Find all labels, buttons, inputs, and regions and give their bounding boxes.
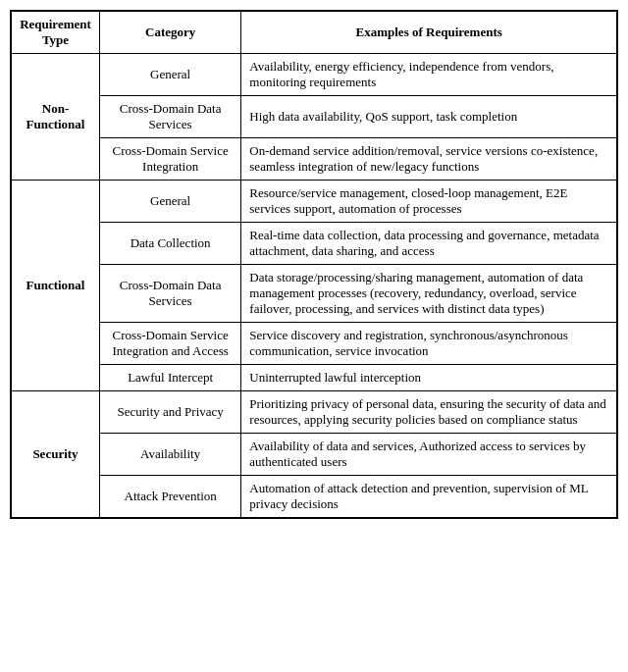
table-row: Non-FunctionalGeneralAvailability, energ… <box>12 54 617 96</box>
row-examples: On-demand service addition/removal, serv… <box>241 138 617 181</box>
table-header-row: Requirement Type Category Examples of Re… <box>12 12 617 54</box>
row-category: Attack Prevention <box>99 476 240 518</box>
row-category: Cross-Domain Data Services <box>99 265 240 323</box>
row-examples: Availability of data and services, Autho… <box>241 434 617 476</box>
row-category: General <box>99 181 240 223</box>
header-requirement-type: Requirement Type <box>12 12 100 54</box>
row-examples: Uninterrupted lawful interception <box>241 365 617 391</box>
table-row: Attack PreventionAutomation of attack de… <box>12 476 617 518</box>
row-category: Availability <box>99 434 240 476</box>
row-examples: Real-time data collection, data processi… <box>241 223 617 265</box>
section-0-type: Non-Functional <box>12 54 100 181</box>
row-examples: Resource/service management, closed-loop… <box>241 181 617 223</box>
table-row: SecuritySecurity and PrivacyPrioritizing… <box>12 391 617 434</box>
table-row: Data CollectionReal-time data collection… <box>12 223 617 265</box>
table-row: AvailabilityAvailability of data and ser… <box>12 434 617 476</box>
row-category: Security and Privacy <box>99 391 240 434</box>
row-examples: Prioritizing privacy of personal data, e… <box>241 391 617 434</box>
row-examples: High data availability, QoS support, tas… <box>241 96 617 138</box>
section-2-type: Security <box>12 391 100 518</box>
row-category: Cross-Domain Data Services <box>99 96 240 138</box>
table-row: FunctionalGeneralResource/service manage… <box>12 181 617 223</box>
table-row: Cross-Domain Data ServicesHigh data avai… <box>12 96 617 138</box>
section-1-type: Functional <box>12 181 100 391</box>
row-examples: Automation of attack detection and preve… <box>241 476 617 518</box>
row-category: Cross-Domain Service Integration <box>99 138 240 181</box>
row-category: Data Collection <box>99 223 240 265</box>
header-examples: Examples of Requirements <box>241 12 617 54</box>
row-category: Lawful Intercept <box>99 365 240 391</box>
row-examples: Data storage/processing/sharing manageme… <box>241 265 617 323</box>
row-examples: Availability, energy efficiency, indepen… <box>241 54 617 96</box>
header-category: Category <box>99 12 240 54</box>
requirements-table: Requirement Type Category Examples of Re… <box>10 10 618 519</box>
row-category: General <box>99 54 240 96</box>
table-row: Cross-Domain Service Integration and Acc… <box>12 323 617 365</box>
row-examples: Service discovery and registration, sync… <box>241 323 617 365</box>
table-row: Cross-Domain Data ServicesData storage/p… <box>12 265 617 323</box>
row-category: Cross-Domain Service Integration and Acc… <box>99 323 240 365</box>
table-row: Cross-Domain Service IntegrationOn-deman… <box>12 138 617 181</box>
table-row: Lawful InterceptUninterrupted lawful int… <box>12 365 617 391</box>
